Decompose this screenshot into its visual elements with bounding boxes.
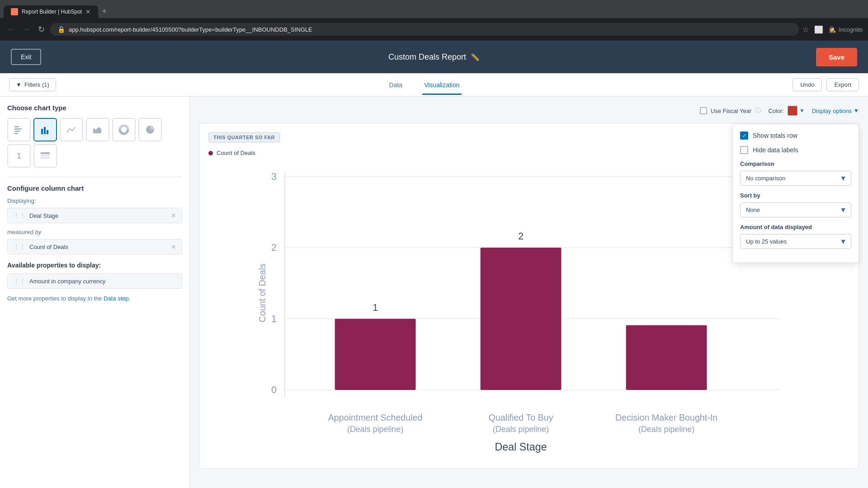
svg-text:(Deals pipeline): (Deals pipeline) — [493, 425, 549, 434]
exit-button[interactable]: Exit — [11, 49, 41, 65]
svg-rect-13 — [41, 157, 50, 159]
available-property-item[interactable]: ⋮⋮ Amount in company currency — [7, 273, 182, 289]
fiscal-year-label: Use Fiscal Year — [711, 108, 751, 114]
show-totals-row-option: ✓ Show totals row — [740, 131, 851, 140]
chart-types-grid: 1 — [7, 118, 182, 168]
tab-title: Report Builder | HubSpot — [22, 9, 82, 15]
nav-actions: ☆ ⬜ 🕵️ Incognito — [802, 25, 863, 34]
data-amount-select[interactable]: Up to 10 values Up to 25 values Up to 50… — [740, 234, 851, 249]
sort-by-select-wrapper: None Ascending Descending ▼ — [740, 202, 851, 217]
tab-close-button[interactable]: ✕ — [85, 8, 91, 15]
filter-icon: ▼ — [16, 81, 22, 88]
display-field-chip: ⋮⋮ Deal Stage ✕ — [7, 208, 182, 223]
show-totals-checkbox[interactable]: ✓ — [740, 131, 748, 140]
color-label: Color: — [768, 108, 784, 114]
fiscal-year-option: Use Fiscal Year ⓘ — [700, 107, 761, 115]
comparison-select[interactable]: No comparison Previous period Previous y… — [740, 171, 851, 186]
sidebar: Choose chart type 1 — [0, 97, 190, 488]
svg-rect-11 — [41, 152, 50, 154]
svg-rect-5 — [44, 127, 46, 134]
profile-icon[interactable]: ⬜ — [814, 25, 823, 34]
svg-rect-12 — [41, 155, 50, 156]
report-title-area: Custom Deals Report ✏️ — [388, 52, 480, 62]
sort-by-select[interactable]: None Ascending Descending — [740, 202, 851, 217]
edit-title-icon[interactable]: ✏️ — [471, 53, 480, 61]
svg-rect-0 — [14, 126, 19, 127]
chart-type-donut[interactable] — [112, 118, 136, 141]
save-button[interactable]: Save — [816, 48, 857, 66]
svg-text:Decision Maker Bought-In: Decision Maker Bought-In — [615, 413, 717, 422]
chart-type-table[interactable] — [33, 144, 57, 168]
undo-button[interactable]: Undo — [793, 78, 822, 91]
svg-text:(Deals pipeline): (Deals pipeline) — [638, 425, 694, 434]
bar-3 — [626, 325, 707, 390]
measured-by-label: measured by — [7, 229, 182, 235]
svg-rect-1 — [14, 128, 22, 130]
active-tab[interactable]: Report Builder | HubSpot ✕ — [4, 5, 98, 18]
sidebar-divider — [7, 177, 182, 177]
fiscal-year-checkbox[interactable] — [700, 107, 707, 114]
chart-type-pie[interactable] — [138, 118, 162, 141]
chart-type-area[interactable] — [86, 118, 109, 141]
drag-handle-icon: ⋮⋮ — [13, 243, 26, 250]
svg-text:Count of Deals: Count of Deals — [257, 263, 267, 322]
filters-button[interactable]: ▼ Filters (1) — [9, 78, 56, 91]
tab-visualization[interactable]: Visualization — [422, 75, 461, 95]
export-button[interactable]: Export — [826, 78, 859, 91]
chart-type-bar-horizontal[interactable] — [7, 118, 31, 141]
chart-type-bar-vertical[interactable] — [33, 118, 57, 141]
comparison-label: Comparison — [740, 160, 851, 167]
new-tab-button[interactable]: + — [98, 5, 110, 18]
svg-rect-2 — [14, 131, 20, 132]
svg-text:Appointment Scheduled: Appointment Scheduled — [328, 413, 423, 422]
available-properties-title: Available properties to display: — [7, 262, 182, 269]
chart-type-line[interactable] — [60, 118, 83, 141]
hide-labels-label: Hide data labels — [753, 146, 798, 154]
measure-field-remove[interactable]: ✕ — [171, 243, 176, 250]
color-picker[interactable]: ▼ — [788, 106, 805, 116]
drag-handle-icon: ⋮⋮ — [13, 212, 26, 219]
hide-labels-checkbox[interactable] — [740, 146, 748, 154]
display-field-name: Deal Stage — [29, 212, 167, 219]
url-text: app.hubspot.com/report-builder/45105500?… — [69, 26, 312, 33]
lock-icon: 🔒 — [57, 26, 65, 33]
svg-text:2: 2 — [518, 231, 524, 242]
svg-rect-6 — [47, 130, 48, 134]
address-bar[interactable]: 🔒 app.hubspot.com/report-builder/4510550… — [50, 23, 799, 36]
back-button[interactable]: ← — [5, 23, 17, 36]
displaying-label: Displaying: — [7, 197, 182, 204]
svg-rect-3 — [14, 133, 18, 134]
svg-text:(Deals pipeline): (Deals pipeline) — [347, 425, 403, 434]
incognito-badge: 🕵️ Incognito — [829, 26, 863, 33]
svg-marker-7 — [93, 127, 101, 133]
svg-text:0: 0 — [271, 385, 277, 395]
svg-text:Deal Stage: Deal Stage — [495, 441, 547, 453]
forward-button[interactable]: → — [21, 23, 33, 36]
hide-labels-option: Hide data labels — [740, 146, 851, 154]
data-step-hint: Get more properties to display in the Da… — [7, 295, 182, 302]
browser-tabs: Report Builder | HubSpot ✕ + — [0, 0, 868, 18]
color-option: Color: ▼ — [768, 106, 805, 116]
bookmark-star-icon[interactable]: ☆ — [802, 25, 809, 34]
display-options-button[interactable]: Display options ▼ — [812, 108, 859, 114]
data-amount-select-wrapper: Up to 10 values Up to 25 values Up to 50… — [740, 234, 851, 249]
configure-chart-title: Configure column chart — [7, 184, 182, 192]
tab-favicon — [11, 8, 18, 15]
display-options-dropdown: ✓ Show totals row Hide data labels Compa… — [732, 124, 859, 263]
legend-dot — [208, 151, 213, 155]
display-field-remove[interactable]: ✕ — [171, 212, 176, 219]
data-step-link[interactable]: Data step. — [104, 295, 130, 302]
legend-label: Count of Deals — [217, 150, 255, 156]
app-header: Exit Custom Deals Report ✏️ Save — [0, 41, 868, 73]
chart-type-number[interactable]: 1 — [7, 144, 31, 168]
svg-text:2: 2 — [271, 242, 277, 253]
reload-button[interactable]: ↻ — [36, 23, 47, 36]
svg-text:1: 1 — [271, 314, 277, 324]
tab-data[interactable]: Data — [387, 75, 405, 95]
main-layout: Choose chart type 1 — [0, 97, 868, 488]
report-title-text: Custom Deals Report — [388, 52, 466, 62]
svg-text:Qualified To Buy: Qualified To Buy — [489, 413, 553, 422]
svg-text:1: 1 — [373, 302, 378, 313]
incognito-icon: 🕵️ — [829, 26, 836, 33]
chart-area: Use Fiscal Year ⓘ Color: ▼ Display optio… — [190, 97, 868, 488]
